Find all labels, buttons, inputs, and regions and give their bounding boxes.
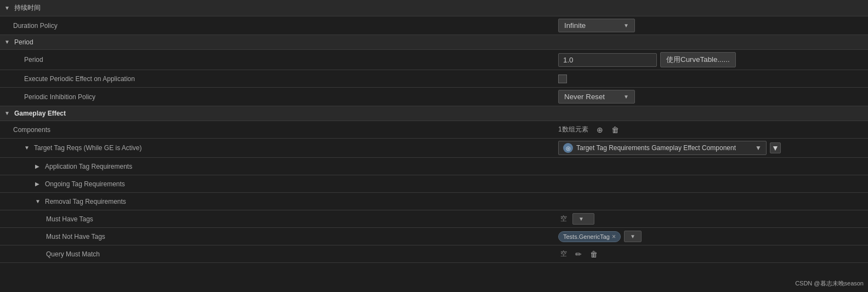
query-must-match-empty: 空 <box>558 248 569 260</box>
periodic-inhibition-value: Never Reset ▼ <box>554 88 868 106</box>
add-component-button[interactable]: ⊕ <box>594 124 606 136</box>
must-have-tags-value: 空 ▼ <box>554 211 868 227</box>
removal-tag-row: Removal Tag Requirements <box>0 193 868 210</box>
target-tag-reqs-label: Target Tag Reqs (While GE is Active) <box>34 144 142 152</box>
components-label: Components <box>0 123 554 137</box>
application-tag-label: Application Tag Requirements <box>45 163 132 170</box>
query-must-match-value: 空 ✏ 🗑 <box>554 246 868 262</box>
duration-policy-dropdown-label: Infinite <box>564 21 586 30</box>
duration-policy-value: Infinite ▼ <box>554 16 868 35</box>
periodic-inhibition-dropdown[interactable]: Never Reset ▼ <box>558 90 635 104</box>
query-must-match-label: Query Must Match <box>0 247 554 261</box>
duration-policy-label: Duration Policy <box>0 19 554 33</box>
execute-periodic-checkbox[interactable] <box>558 75 567 83</box>
execute-periodic-row: Execute Periodic Effect on Application <box>0 70 868 88</box>
must-not-have-tags-dropdown[interactable]: ▼ <box>624 231 642 242</box>
target-tag-reqs-label-area: Target Tag Reqs (While GE is Active) <box>0 141 554 155</box>
gameplay-effect-chevron <box>4 110 11 117</box>
gameplay-effect-label: Gameplay Effect <box>14 110 66 117</box>
duration-policy-dropdown-arrow: ▼ <box>623 22 629 28</box>
components-count: 1数组元素 <box>558 125 588 134</box>
period-row: Period 使用CurveTable...... <box>0 50 868 70</box>
must-have-tags-dropdown[interactable]: ▼ <box>572 213 594 225</box>
must-have-tags-label: Must Have Tags <box>0 212 554 226</box>
periodic-inhibition-label: Periodic Inhibition Policy <box>0 90 554 104</box>
target-tag-reqs-chevron[interactable] <box>24 145 31 151</box>
removal-tag-value <box>554 199 868 204</box>
period-section-header[interactable]: Period <box>0 35 868 50</box>
ongoing-tag-value <box>554 182 868 186</box>
watermark: CSDN @暮志未晚season <box>795 279 864 288</box>
target-tag-reqs-value: ◎ Target Tag Requirements Gameplay Effec… <box>554 139 868 157</box>
tag-chip-label: Tests.GenericTag <box>563 233 610 240</box>
application-tag-chevron[interactable] <box>35 163 42 170</box>
remove-tag-button[interactable]: × <box>612 233 616 241</box>
tests-generictag-chip: Tests.GenericTag × <box>558 231 621 242</box>
execute-periodic-label: Execute Periodic Effect on Application <box>0 72 554 86</box>
period-value-area: 使用CurveTable...... <box>554 50 868 70</box>
gameplay-effect-header[interactable]: Gameplay Effect <box>0 106 868 121</box>
period-label: Period <box>0 53 554 67</box>
query-edit-button[interactable]: ✏ <box>572 248 585 260</box>
duration-label: 持续时间 <box>14 3 41 13</box>
must-not-have-tags-value: Tests.GenericTag × ▼ <box>554 228 868 244</box>
component-icon: ◎ <box>563 143 573 153</box>
main-panel: 持续时间 Duration Policy Infinite ▼ Period P… <box>0 0 868 263</box>
application-tag-label-area: Application Tag Requirements <box>0 159 554 174</box>
must-not-have-tags-row: Must Not Have Tags Tests.GenericTag × ▼ <box>0 228 868 245</box>
must-have-tags-dropdown-arrow: ▼ <box>578 216 584 222</box>
component-selector-dropdown-arrow: ▼ <box>755 144 762 152</box>
ongoing-tag-label: Ongoing Tag Requirements <box>45 180 125 188</box>
must-not-have-tags-dropdown-arrow: ▼ <box>630 233 636 239</box>
must-have-tags-empty: 空 <box>558 213 569 225</box>
period-section-label: Period <box>14 38 33 46</box>
duration-policy-dropdown[interactable]: Infinite ▼ <box>558 19 635 32</box>
duration-policy-row: Duration Policy Infinite ▼ <box>0 16 868 35</box>
query-delete-button[interactable]: 🗑 <box>588 248 600 260</box>
ongoing-tag-chevron[interactable] <box>35 181 42 187</box>
curve-table-button[interactable]: 使用CurveTable...... <box>660 52 736 67</box>
removal-tag-chevron[interactable] <box>35 198 42 205</box>
removal-tag-label-area: Removal Tag Requirements <box>0 194 554 209</box>
periodic-inhibition-row: Periodic Inhibition Policy Never Reset ▼ <box>0 88 868 106</box>
period-chevron <box>4 39 11 45</box>
components-row: Components 1数组元素 ⊕ 🗑 <box>0 121 868 139</box>
periodic-inhibition-dropdown-arrow: ▼ <box>623 94 629 100</box>
target-tag-reqs-row: Target Tag Reqs (While GE is Active) ◎ T… <box>0 139 868 158</box>
component-expand-button[interactable]: ▼ <box>770 142 781 153</box>
application-tag-value <box>554 164 868 169</box>
duration-section-header[interactable]: 持续时间 <box>0 0 868 16</box>
ongoing-tag-row: Ongoing Tag Requirements <box>0 175 868 193</box>
periodic-inhibition-dropdown-label: Never Reset <box>564 93 605 101</box>
components-value: 1数组元素 ⊕ 🗑 <box>554 122 868 138</box>
must-not-have-tags-label: Must Not Have Tags <box>0 230 554 244</box>
component-selector[interactable]: ◎ Target Tag Requirements Gameplay Effec… <box>558 141 767 155</box>
execute-periodic-value <box>554 72 868 85</box>
ongoing-tag-label-area: Ongoing Tag Requirements <box>0 177 554 191</box>
query-must-match-row: Query Must Match 空 ✏ 🗑 <box>0 245 868 263</box>
component-selector-label: Target Tag Requirements Gameplay Effect … <box>576 144 736 152</box>
application-tag-row: Application Tag Requirements <box>0 158 868 175</box>
removal-tag-label: Removal Tag Requirements <box>45 198 126 205</box>
duration-chevron <box>4 5 11 12</box>
must-have-tags-row: Must Have Tags 空 ▼ <box>0 210 868 228</box>
delete-component-button[interactable]: 🗑 <box>609 124 621 136</box>
period-input[interactable] <box>558 53 657 67</box>
